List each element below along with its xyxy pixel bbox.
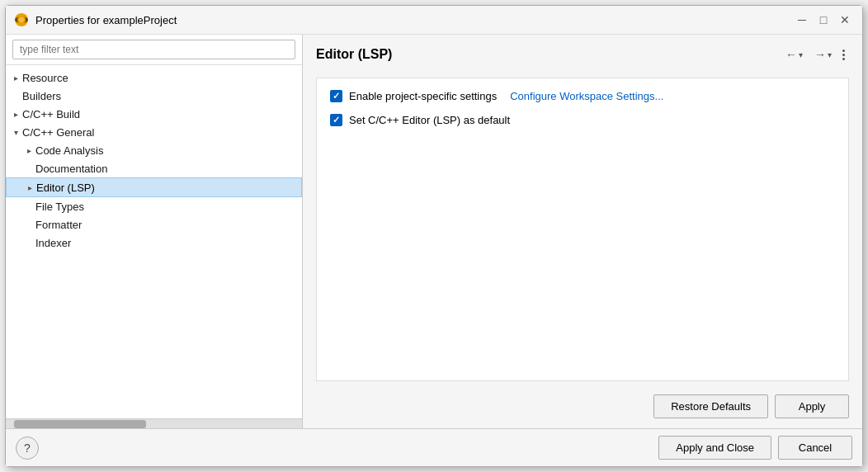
set-default-checkbox[interactable]: ✓	[330, 114, 342, 126]
nav-controls: ← ▾ → ▾	[781, 45, 849, 64]
tree-label: Formatter	[35, 219, 82, 231]
tree-label: File Types	[35, 201, 84, 213]
dialog-title: Properties for exampleProject	[35, 14, 786, 26]
back-dropdown-icon: ▾	[799, 50, 803, 59]
tree-item-documentation[interactable]: Documentation	[6, 159, 302, 177]
filter-wrapper	[6, 35, 302, 65]
title-bar: Properties for exampleProject ─ □ ✕	[6, 6, 862, 35]
back-arrow-icon: ←	[785, 48, 797, 61]
tree-item-code-analysis[interactable]: ▸ Code Analysis	[6, 141, 302, 159]
no-chevron-icon	[22, 236, 35, 249]
window-controls: ─ □ ✕	[793, 11, 854, 29]
dot-icon	[842, 54, 845, 56]
chevron-right-icon: ▸	[9, 71, 22, 84]
dot-icon	[842, 50, 845, 52]
chevron-right-icon: ▸	[22, 144, 35, 157]
tree-item-builders[interactable]: Builders	[6, 87, 302, 105]
properties-dialog: Properties for exampleProject ─ □ ✕ ▸ Re…	[5, 5, 863, 467]
tree-item-cpp-build[interactable]: ▸ C/C++ Build	[6, 105, 302, 123]
tree-label: C/C++ Build	[22, 108, 80, 120]
scrollbar-thumb[interactable]	[14, 420, 146, 428]
tree-item-formatter[interactable]: Formatter	[6, 215, 302, 234]
more-options-button[interactable]	[838, 46, 849, 64]
apply-button[interactable]: Apply	[775, 394, 849, 418]
tree-area: ▸ Resource Builders ▸ C/C++ Build ▾ C/C+…	[6, 65, 302, 418]
chevron-down-icon: ▾	[9, 125, 22, 139]
chevron-right-icon: ▸	[9, 107, 22, 120]
no-chevron-icon	[22, 162, 35, 175]
horizontal-scrollbar[interactable]	[6, 418, 302, 428]
configure-workspace-link[interactable]: Configure Workspace Settings...	[510, 90, 663, 102]
right-panel: Editor (LSP) ← ▾ → ▾	[303, 35, 862, 428]
no-chevron-icon	[9, 89, 22, 102]
enable-settings-label: Enable project-specific settings	[349, 90, 497, 102]
svg-point-3	[19, 17, 24, 22]
tree-label: Resource	[22, 72, 68, 84]
tree-label: Indexer	[35, 237, 71, 249]
right-footer: Restore Defaults Apply	[316, 391, 849, 418]
back-button[interactable]: ← ▾	[781, 45, 808, 64]
tree-label: Builders	[22, 90, 61, 102]
forward-arrow-icon: →	[814, 48, 826, 61]
tree-label: Documentation	[35, 163, 107, 175]
minimize-button[interactable]: ─	[793, 11, 811, 29]
no-chevron-icon	[22, 218, 35, 231]
checkmark-icon: ✓	[333, 92, 340, 101]
tree-item-editor-lsp[interactable]: ▸ Editor (LSP)	[6, 177, 302, 197]
close-button[interactable]: ✕	[836, 11, 854, 29]
settings-area: ✓ Enable project-specific settings Confi…	[316, 78, 849, 381]
chevron-right-icon: ▸	[23, 181, 36, 194]
eclipse-icon	[14, 12, 29, 27]
left-panel: ▸ Resource Builders ▸ C/C++ Build ▾ C/C+…	[6, 35, 303, 428]
set-default-row: ✓ Set C/C++ Editor (LSP) as default	[330, 114, 835, 126]
apply-and-close-button[interactable]: Apply and Close	[658, 436, 771, 460]
maximize-button[interactable]: □	[814, 11, 833, 29]
cancel-button[interactable]: Cancel	[778, 436, 852, 460]
filter-input[interactable]	[12, 40, 295, 59]
panel-title: Editor (LSP)	[316, 47, 392, 62]
tree-label: Editor (LSP)	[36, 182, 95, 194]
enable-settings-checkbox[interactable]: ✓	[330, 90, 342, 102]
forward-dropdown-icon: ▾	[828, 50, 832, 59]
help-button[interactable]: ?	[16, 437, 39, 460]
checkmark-icon: ✓	[333, 116, 340, 125]
right-header: Editor (LSP) ← ▾ → ▾	[316, 45, 849, 64]
tree-item-indexer[interactable]: Indexer	[6, 234, 302, 252]
enable-settings-row: ✓ Enable project-specific settings Confi…	[330, 90, 835, 102]
tree-item-resource[interactable]: ▸ Resource	[6, 68, 302, 87]
dot-icon	[842, 58, 845, 60]
tree-label: Code Analysis	[35, 144, 103, 157]
content-area: ▸ Resource Builders ▸ C/C++ Build ▾ C/C+…	[6, 35, 862, 428]
tree-item-file-types[interactable]: File Types	[6, 197, 302, 215]
tree-label: C/C++ General	[22, 126, 94, 139]
tree-item-cpp-general[interactable]: ▾ C/C++ General	[6, 123, 302, 141]
set-default-label: Set C/C++ Editor (LSP) as default	[349, 114, 510, 126]
restore-defaults-button[interactable]: Restore Defaults	[653, 394, 768, 418]
dialog-footer: ? Apply and Close Cancel	[6, 428, 862, 466]
forward-button[interactable]: → ▾	[809, 45, 837, 64]
no-chevron-icon	[22, 200, 35, 213]
